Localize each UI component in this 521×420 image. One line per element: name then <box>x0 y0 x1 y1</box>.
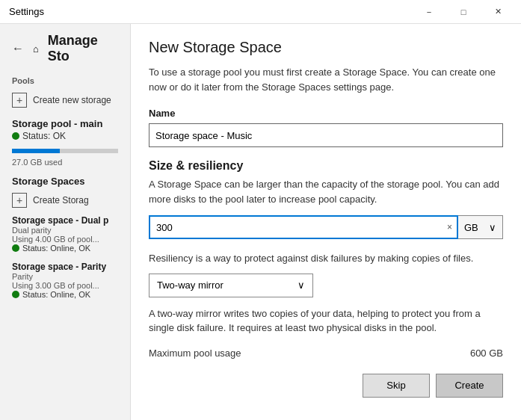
size-input[interactable] <box>149 215 458 239</box>
dialog-overlay: New Storage Space To use a storage pool … <box>131 24 521 420</box>
create-new-storage-item[interactable]: + Create new storage <box>0 88 130 112</box>
pool-status: Status: OK <box>12 131 118 141</box>
size-input-wrapper: × <box>149 215 458 239</box>
resiliency-desc: Resiliency is a way to protect against d… <box>149 251 503 266</box>
dialog-intro: To use a storage pool you must first cre… <box>149 65 503 94</box>
size-resiliency-heading: Size & resiliency <box>149 159 503 173</box>
skip-button[interactable]: Skip <box>363 374 430 398</box>
space-dual-usage: Using 4.00 GB of pool... <box>12 235 118 244</box>
size-unit-selector[interactable]: GB ∨ <box>458 215 503 239</box>
space-dual-status: Status: Online, OK <box>12 244 118 253</box>
minimize-button[interactable]: − <box>412 0 446 24</box>
space-dual-status-text: Status: Online, OK <box>22 244 90 253</box>
space-item-dual[interactable]: Storage space - Dual p Dual parity Using… <box>0 211 130 257</box>
pools-section-title: Pools <box>0 70 130 88</box>
name-label: Name <box>149 108 503 119</box>
space-parity-status-text: Status: Online, OK <box>22 290 90 299</box>
sidebar-title: Manage Sto <box>48 33 118 64</box>
pool-main-section: Storage pool - main Status: OK <box>0 112 130 144</box>
plus-icon-2: + <box>12 193 27 208</box>
space-dual-name: Storage space - Dual p <box>12 215 118 226</box>
size-desc: A Storage Space can be larger than the c… <box>149 177 503 206</box>
size-resiliency-section: Size & resiliency A Storage Space can be… <box>149 159 503 336</box>
sidebar: ← ⌂ Manage Sto Pools + Create new storag… <box>0 24 131 420</box>
sidebar-header: ← ⌂ Manage Sto <box>0 24 130 70</box>
dialog-buttons: Skip Create <box>149 374 503 398</box>
close-button[interactable]: ✕ <box>481 0 515 24</box>
create-button[interactable]: Create <box>436 374 503 398</box>
create-storage-label: Create Storag <box>33 195 89 206</box>
max-pool-value: 600 GB <box>470 348 503 359</box>
status-dot-dual <box>12 244 19 252</box>
create-storage-item[interactable]: + Create Storag <box>0 190 130 211</box>
size-clear-button[interactable]: × <box>444 220 455 234</box>
storage-bar-fill <box>12 149 60 153</box>
storage-used-text: 27.0 GB used <box>0 158 130 170</box>
plus-icon: + <box>12 93 27 108</box>
space-parity-name: Storage space - Parity <box>12 262 118 272</box>
resiliency-info: A two-way mirror writes two copies of yo… <box>149 306 503 336</box>
title-bar: Settings − □ ✕ <box>0 0 521 24</box>
resiliency-dropdown[interactable]: Two-way mirror ∨ <box>149 274 313 297</box>
new-storage-space-dialog: New Storage Space To use a storage pool … <box>131 24 521 420</box>
home-icon: ⌂ <box>33 43 39 55</box>
space-item-parity[interactable]: Storage space - Parity Parity Using 3.00… <box>0 257 130 303</box>
storage-bar <box>12 149 118 153</box>
pool-status-text: Status: OK <box>22 131 66 141</box>
maximize-button[interactable]: □ <box>446 0 481 24</box>
size-row: × GB ∨ <box>149 215 503 239</box>
name-input[interactable] <box>149 123 503 147</box>
create-new-storage-label: Create new storage <box>33 95 111 105</box>
status-dot-parity <box>12 291 19 298</box>
back-button[interactable]: ← <box>12 42 24 55</box>
space-parity-status: Status: Online, OK <box>12 290 118 299</box>
resiliency-chevron: ∨ <box>298 280 305 291</box>
size-unit-chevron: ∨ <box>489 222 496 233</box>
size-unit-label: GB <box>464 222 478 233</box>
dialog-title: New Storage Space <box>149 39 503 56</box>
title-bar-left: Settings <box>9 6 44 17</box>
storage-spaces-title: Storage Spaces <box>0 170 130 190</box>
status-dot-green <box>12 132 19 140</box>
app-body: ← ⌂ Manage Sto Pools + Create new storag… <box>0 24 521 420</box>
space-parity-type: Parity <box>12 272 118 281</box>
max-pool-row: Maximum pool usage 600 GB <box>149 348 503 359</box>
title-bar-controls: − □ ✕ <box>412 0 515 24</box>
name-section: Name <box>149 108 503 147</box>
pool-name: Storage pool - main <box>12 118 118 129</box>
back-icon: ← <box>12 42 24 55</box>
resiliency-value: Two-way mirror <box>157 280 223 291</box>
space-parity-usage: Using 3.00 GB of pool... <box>12 281 118 290</box>
space-dual-type: Dual parity <box>12 226 118 235</box>
title-bar-title: Settings <box>9 6 44 17</box>
max-pool-label: Maximum pool usage <box>149 348 241 359</box>
